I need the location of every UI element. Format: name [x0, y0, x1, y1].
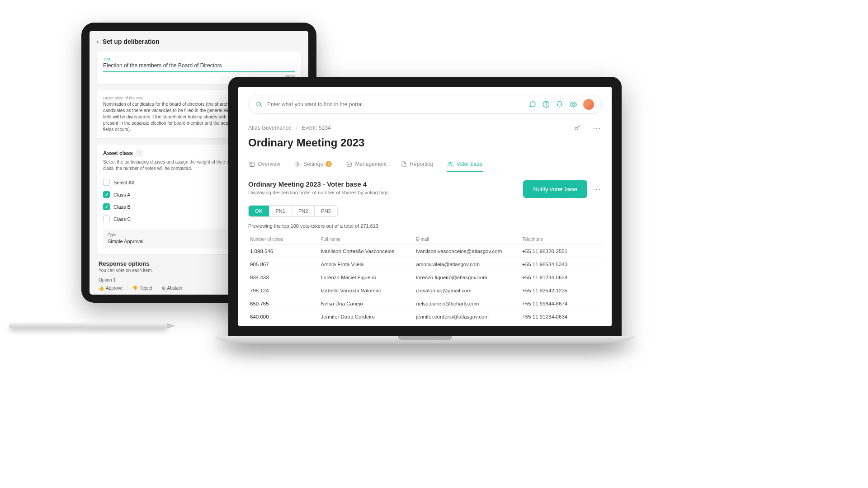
- search-input[interactable]: [267, 101, 524, 108]
- cell-phone: +55 11 92542-1235: [520, 284, 602, 297]
- gear-icon: [295, 161, 301, 167]
- cell-name: Lorenzo Maciel Figueiro: [319, 271, 414, 284]
- cell-votes: 934.433: [248, 271, 319, 284]
- info-icon[interactable]: ?: [137, 150, 142, 156]
- title-input[interactable]: Election of the members of the Board of …: [103, 62, 295, 72]
- cell-votes: 650.765: [248, 297, 319, 310]
- col-name: Full name: [319, 234, 414, 245]
- stylus: [9, 323, 167, 328]
- key-icon[interactable]: [574, 124, 581, 131]
- cell-name: Izabella Varanda Salomão: [319, 284, 414, 297]
- tab-settings[interactable]: Settings 1: [294, 157, 333, 172]
- col-email: E-mail: [415, 234, 521, 245]
- cell-name: Ivanilson Cortesão Vasconcelos: [319, 245, 414, 258]
- check-icon: [346, 161, 352, 167]
- tabs: Overview Settings 1 Management Reporting: [248, 157, 602, 172]
- thumbs-down-icon: 👎: [132, 286, 137, 291]
- table-row[interactable]: 795.124 Izabella Varanda Salomão izasalo…: [248, 284, 602, 297]
- cell-votes: 1.098.546: [248, 245, 319, 258]
- table-row[interactable]: 934.433 Lorenzo Maciel Figueiro lorenzo.…: [248, 271, 602, 284]
- help-icon[interactable]: [542, 101, 550, 108]
- class-b-label: Class B: [113, 204, 131, 210]
- checkbox-class-a[interactable]: [103, 191, 110, 198]
- cell-email: jennifer.cordeiro@atlasgov.com: [415, 310, 521, 324]
- svg-point-4: [572, 103, 574, 105]
- checkbox-select-all[interactable]: [103, 179, 110, 186]
- settings-badge: 1: [326, 161, 332, 167]
- tab-reporting[interactable]: Reporting: [400, 157, 434, 172]
- search-icon: [256, 101, 263, 108]
- laptop-screen: Atlas Governance / Event: 5234 ⋯ Ordinar…: [238, 87, 612, 326]
- back-icon[interactable]: ‹: [97, 38, 99, 45]
- reject-button[interactable]: 👎Reject: [132, 285, 152, 291]
- pill-on[interactable]: ON: [249, 206, 269, 216]
- circle-plus-icon: ⊕: [162, 286, 165, 291]
- cell-phone: +55 11 98534-5343: [520, 258, 602, 271]
- crumb-event[interactable]: Event: 5234: [302, 125, 331, 131]
- tab-voter-base[interactable]: Voter base: [447, 157, 483, 172]
- filter-pills: ON PN1 PN2 PN3: [248, 205, 338, 217]
- bell-icon[interactable]: [556, 101, 563, 108]
- avatar[interactable]: [583, 99, 594, 110]
- tab-overview[interactable]: Overview: [248, 157, 281, 172]
- svg-point-9: [449, 162, 451, 164]
- svg-point-0: [257, 102, 261, 106]
- pill-pn3[interactable]: PN3: [315, 206, 337, 216]
- col-votes: Number of votes: [248, 234, 319, 245]
- checkbox-class-b[interactable]: [103, 203, 110, 210]
- abstain-button[interactable]: ⊕Abstain: [162, 285, 182, 291]
- class-c-label: Class C: [113, 216, 131, 222]
- pill-pn1[interactable]: PN1: [269, 206, 292, 216]
- cell-name: Nelsa Úria Canejo: [319, 297, 414, 310]
- laptop-base: [215, 336, 635, 345]
- more-options-icon[interactable]: ⋯: [593, 184, 602, 194]
- cell-name: Jennifer Dutra Cordeiro: [319, 310, 414, 324]
- approve-button[interactable]: 👍Approve: [99, 285, 123, 291]
- svg-line-1: [260, 105, 261, 107]
- crumb-root[interactable]: Atlas Governance: [248, 125, 291, 131]
- table-row[interactable]: 640.000 Jennifer Dutra Cordeiro jennifer…: [248, 310, 602, 324]
- search-bar[interactable]: [248, 95, 602, 114]
- pill-pn2[interactable]: PN2: [292, 206, 315, 216]
- table-row[interactable]: 985.867 Amora Frota Vilela amora.vilela@…: [248, 258, 602, 271]
- sub-desc: Displaying descending order of number of…: [248, 190, 390, 195]
- notify-button[interactable]: Notify voter base: [523, 180, 587, 198]
- title-field-label: Title: [103, 57, 295, 61]
- cell-email: ivanilson.vasconcelos@atlasgov.com: [415, 245, 521, 258]
- crumb-sep: /: [296, 125, 297, 131]
- cell-phone: +55 11 98320-2551: [520, 245, 602, 258]
- cell-email: lorenzo.figueiro@atlasgov.com: [415, 271, 521, 284]
- sub-title: Ordinary Meeting 2023 - Voter base 4: [248, 180, 390, 188]
- checkbox-class-c[interactable]: [103, 216, 110, 222]
- table-row[interactable]: 1.098.546 Ivanilson Cortesão Vasconcelos…: [248, 245, 602, 258]
- cell-email: nelsa.canejo@bcharts.com: [415, 297, 521, 310]
- cell-phone: +55 11 91234-0634: [520, 271, 602, 284]
- users-icon: [448, 161, 453, 167]
- class-a-label: Class A: [113, 192, 130, 197]
- breadcrumb: Atlas Governance / Event: 5234 ⋯: [248, 123, 602, 133]
- svg-point-8: [347, 162, 352, 167]
- type-value: Simple Approval: [108, 239, 144, 244]
- more-icon[interactable]: ⋯: [593, 123, 602, 133]
- divider: [127, 285, 127, 291]
- tab-management[interactable]: Management: [345, 157, 387, 172]
- cell-name: Amora Frota Vilela: [319, 258, 414, 271]
- cell-email: amora.vilela@atlasgov.com: [415, 258, 521, 271]
- svg-point-5: [575, 127, 577, 130]
- type-label: Type: [108, 232, 144, 237]
- eye-icon[interactable]: [570, 101, 577, 108]
- page-title: Ordinary Meeting 2023: [248, 136, 602, 149]
- select-all-label: Select All: [113, 180, 134, 185]
- svg-point-7: [297, 163, 298, 164]
- asset-class-title: Asset class: [103, 150, 133, 156]
- divider: [157, 285, 157, 291]
- thumbs-up-icon: 👍: [99, 286, 104, 291]
- svg-rect-6: [250, 162, 255, 166]
- table-row[interactable]: 650.765 Nelsa Úria Canejo nelsa.canejo@b…: [248, 297, 602, 310]
- chat-icon[interactable]: [529, 101, 536, 108]
- cell-votes: 640.000: [248, 310, 319, 324]
- overview-icon: [249, 161, 255, 167]
- cell-votes: 985.867: [248, 258, 319, 271]
- content-header: Ordinary Meeting 2023 - Voter base 4 Dis…: [248, 180, 602, 198]
- cell-phone: +55 11 99844-8674: [520, 297, 602, 310]
